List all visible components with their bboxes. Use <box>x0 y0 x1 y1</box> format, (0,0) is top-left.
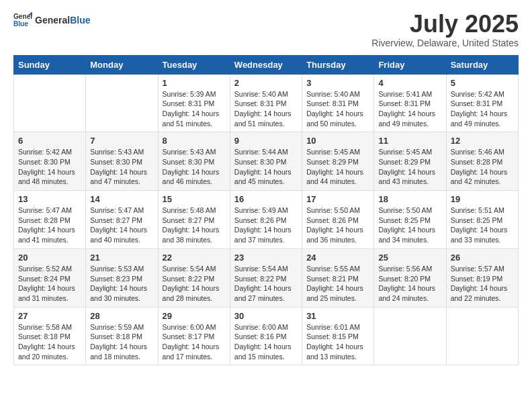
day-number: 25 <box>378 253 441 263</box>
day-info: Sunrise: 5:49 AMSunset: 8:26 PMDaylight:… <box>234 205 298 245</box>
day-info: Sunrise: 5:40 AMSunset: 8:31 PMDaylight:… <box>234 89 298 129</box>
calendar-cell <box>14 74 86 132</box>
day-info: Sunrise: 5:41 AMSunset: 8:31 PMDaylight:… <box>378 89 441 129</box>
calendar-cell: 22 Sunrise: 5:54 AMSunset: 8:22 PMDaylig… <box>158 248 230 307</box>
day-number: 30 <box>234 311 298 321</box>
day-info: Sunrise: 5:42 AMSunset: 8:31 PMDaylight:… <box>451 89 514 129</box>
calendar-cell: 12 Sunrise: 5:46 AMSunset: 8:28 PMDaylig… <box>446 132 518 191</box>
day-info: Sunrise: 5:48 AMSunset: 8:27 PMDaylight:… <box>163 205 226 245</box>
day-number: 9 <box>234 136 298 146</box>
day-info: Sunrise: 5:40 AMSunset: 8:31 PMDaylight:… <box>306 89 369 129</box>
calendar-cell: 30 Sunrise: 6:00 AMSunset: 8:16 PMDaylig… <box>230 307 302 365</box>
day-number: 2 <box>234 78 298 88</box>
calendar-week-row: 1 Sunrise: 5:39 AMSunset: 8:31 PMDayligh… <box>14 74 519 132</box>
day-info: Sunrise: 5:47 AMSunset: 8:27 PMDaylight:… <box>90 205 153 245</box>
generalblue-logo-icon: General Blue <box>13 11 32 30</box>
day-number: 12 <box>451 136 514 146</box>
calendar-cell: 27 Sunrise: 5:58 AMSunset: 8:18 PMDaylig… <box>14 307 86 365</box>
calendar-cell: 29 Sunrise: 6:00 AMSunset: 8:17 PMDaylig… <box>158 307 230 365</box>
calendar-cell: 17 Sunrise: 5:50 AMSunset: 8:26 PMDaylig… <box>302 191 374 249</box>
column-header-tuesday: Tuesday <box>158 55 230 74</box>
day-info: Sunrise: 5:55 AMSunset: 8:21 PMDaylight:… <box>306 264 369 304</box>
calendar-cell: 18 Sunrise: 5:50 AMSunset: 8:25 PMDaylig… <box>374 191 446 249</box>
day-number: 8 <box>163 136 226 146</box>
day-number: 23 <box>234 253 298 263</box>
day-number: 7 <box>90 136 153 146</box>
day-number: 20 <box>18 253 81 263</box>
column-header-monday: Monday <box>86 55 158 74</box>
day-number: 17 <box>306 194 369 204</box>
day-info: Sunrise: 5:50 AMSunset: 8:26 PMDaylight:… <box>306 205 369 245</box>
calendar-cell: 16 Sunrise: 5:49 AMSunset: 8:26 PMDaylig… <box>230 191 302 249</box>
day-info: Sunrise: 5:54 AMSunset: 8:22 PMDaylight:… <box>234 264 298 304</box>
calendar-cell: 23 Sunrise: 5:54 AMSunset: 8:22 PMDaylig… <box>230 248 302 307</box>
day-number: 3 <box>306 78 369 88</box>
day-info: Sunrise: 6:00 AMSunset: 8:17 PMDaylight:… <box>163 322 226 362</box>
day-number: 27 <box>18 311 81 321</box>
column-header-thursday: Thursday <box>302 55 374 74</box>
calendar-cell <box>374 307 446 365</box>
day-number: 26 <box>451 253 514 263</box>
calendar-cell: 10 Sunrise: 5:45 AMSunset: 8:29 PMDaylig… <box>302 132 374 191</box>
day-number: 31 <box>306 311 369 321</box>
calendar-cell: 6 Sunrise: 5:42 AMSunset: 8:30 PMDayligh… <box>14 132 86 191</box>
day-number: 1 <box>163 78 226 88</box>
day-info: Sunrise: 6:01 AMSunset: 8:15 PMDaylight:… <box>306 322 369 362</box>
day-number: 16 <box>234 194 298 204</box>
calendar-cell: 31 Sunrise: 6:01 AMSunset: 8:15 PMDaylig… <box>302 307 374 365</box>
day-info: Sunrise: 5:39 AMSunset: 8:31 PMDaylight:… <box>163 89 226 129</box>
day-number: 29 <box>163 311 226 321</box>
day-number: 11 <box>378 136 441 146</box>
calendar-cell: 21 Sunrise: 5:53 AMSunset: 8:23 PMDaylig… <box>86 248 158 307</box>
day-info: Sunrise: 6:00 AMSunset: 8:16 PMDaylight:… <box>234 322 298 362</box>
day-info: Sunrise: 5:58 AMSunset: 8:18 PMDaylight:… <box>18 322 81 362</box>
calendar-cell: 5 Sunrise: 5:42 AMSunset: 8:31 PMDayligh… <box>446 74 518 132</box>
day-info: Sunrise: 5:56 AMSunset: 8:20 PMDaylight:… <box>378 264 441 304</box>
day-number: 13 <box>18 194 81 204</box>
day-number: 28 <box>90 311 153 321</box>
day-number: 10 <box>306 136 369 146</box>
calendar-cell: 4 Sunrise: 5:41 AMSunset: 8:31 PMDayligh… <box>374 74 446 132</box>
day-info: Sunrise: 5:52 AMSunset: 8:24 PMDaylight:… <box>18 264 81 304</box>
logo: General Blue GeneralBlue <box>13 11 90 30</box>
day-number: 18 <box>378 194 441 204</box>
calendar-cell: 7 Sunrise: 5:43 AMSunset: 8:30 PMDayligh… <box>86 132 158 191</box>
day-info: Sunrise: 5:45 AMSunset: 8:29 PMDaylight:… <box>378 147 441 187</box>
day-info: Sunrise: 5:54 AMSunset: 8:22 PMDaylight:… <box>163 264 226 304</box>
calendar-cell: 24 Sunrise: 5:55 AMSunset: 8:21 PMDaylig… <box>302 248 374 307</box>
svg-text:Blue: Blue <box>13 20 28 28</box>
location-subtitle: Riverview, Delaware, United States <box>371 38 519 48</box>
day-number: 6 <box>18 136 81 146</box>
calendar-week-row: 13 Sunrise: 5:47 AMSunset: 8:28 PMDaylig… <box>14 191 519 249</box>
day-info: Sunrise: 5:42 AMSunset: 8:30 PMDaylight:… <box>18 147 81 187</box>
column-header-sunday: Sunday <box>14 55 86 74</box>
calendar-table: SundayMondayTuesdayWednesdayThursdayFrid… <box>13 55 519 366</box>
day-info: Sunrise: 5:43 AMSunset: 8:30 PMDaylight:… <box>163 147 226 187</box>
calendar-cell: 11 Sunrise: 5:45 AMSunset: 8:29 PMDaylig… <box>374 132 446 191</box>
calendar-cell <box>86 74 158 132</box>
day-number: 5 <box>451 78 514 88</box>
calendar-cell: 19 Sunrise: 5:51 AMSunset: 8:25 PMDaylig… <box>446 191 518 249</box>
calendar-week-row: 27 Sunrise: 5:58 AMSunset: 8:18 PMDaylig… <box>14 307 519 365</box>
day-info: Sunrise: 5:44 AMSunset: 8:30 PMDaylight:… <box>234 147 298 187</box>
day-info: Sunrise: 5:45 AMSunset: 8:29 PMDaylight:… <box>306 147 369 187</box>
day-info: Sunrise: 5:47 AMSunset: 8:28 PMDaylight:… <box>18 205 81 245</box>
day-number: 4 <box>378 78 441 88</box>
calendar-cell: 9 Sunrise: 5:44 AMSunset: 8:30 PMDayligh… <box>230 132 302 191</box>
calendar-cell <box>446 307 518 365</box>
day-info: Sunrise: 5:50 AMSunset: 8:25 PMDaylight:… <box>378 205 441 245</box>
day-number: 14 <box>90 194 153 204</box>
calendar-week-row: 6 Sunrise: 5:42 AMSunset: 8:30 PMDayligh… <box>14 132 519 191</box>
day-info: Sunrise: 5:51 AMSunset: 8:25 PMDaylight:… <box>451 205 514 245</box>
page-header: General Blue GeneralBlue July 2025 River… <box>13 11 519 48</box>
day-info: Sunrise: 5:57 AMSunset: 8:19 PMDaylight:… <box>451 264 514 304</box>
day-number: 21 <box>90 253 153 263</box>
calendar-cell: 8 Sunrise: 5:43 AMSunset: 8:30 PMDayligh… <box>158 132 230 191</box>
calendar-cell: 26 Sunrise: 5:57 AMSunset: 8:19 PMDaylig… <box>446 248 518 307</box>
column-header-friday: Friday <box>374 55 446 74</box>
calendar-cell: 2 Sunrise: 5:40 AMSunset: 8:31 PMDayligh… <box>230 74 302 132</box>
day-number: 19 <box>451 194 514 204</box>
calendar-cell: 14 Sunrise: 5:47 AMSunset: 8:27 PMDaylig… <box>86 191 158 249</box>
calendar-cell: 15 Sunrise: 5:48 AMSunset: 8:27 PMDaylig… <box>158 191 230 249</box>
day-info: Sunrise: 5:53 AMSunset: 8:23 PMDaylight:… <box>90 264 153 304</box>
